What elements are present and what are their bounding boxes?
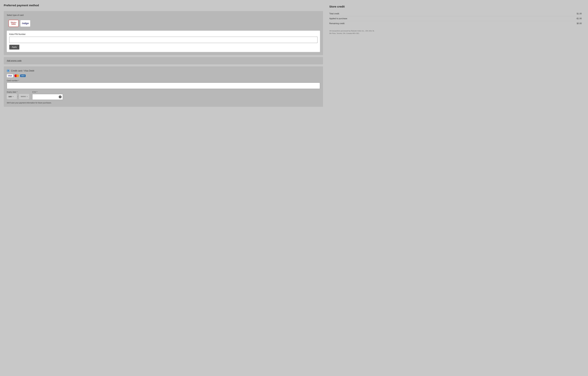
remaining-credit-value: $0.00 <box>577 22 582 25</box>
apply-button[interactable]: Apply <box>9 45 19 50</box>
year-value: YYYY <box>21 96 26 98</box>
mastercard-logo <box>14 74 19 77</box>
preferred-payment-title: Preferred payment method <box>4 4 323 9</box>
save-info-text: We'll save your payment information for … <box>7 102 320 104</box>
card-options: Rakuten kobo !ndigo <box>7 18 320 29</box>
visa-logo: VISA <box>7 74 13 77</box>
transaction-note: All transactions processed by Rakuten Ko… <box>329 30 377 34</box>
cvv-label: CVV * <box>32 91 63 93</box>
total-credit-row: Total credit: $1.00 <box>329 11 582 16</box>
remaining-credit-row: Remaining credit: $0.00 <box>329 21 582 26</box>
select-card-label: Select type of card: <box>7 14 320 16</box>
card-number-input[interactable] <box>7 83 320 89</box>
card-number-label: Card number * <box>7 79 320 82</box>
applied-purchase-row: Applied to purchase: -$1.00 <box>329 16 582 21</box>
total-credit-label: Total credit: <box>329 12 340 15</box>
right-panel: Store credit Total credit: $1.00 Applied… <box>327 4 584 372</box>
month-select[interactable]: MM ▾ <box>7 94 17 99</box>
cvv-input[interactable] <box>34 96 59 98</box>
pin-section: Kobo PIN Number Apply <box>7 31 320 52</box>
pin-label: Kobo PIN Number <box>9 33 317 35</box>
credit-rows: Total credit: $1.00 Applied to purchase:… <box>329 11 582 26</box>
indigo-logo: !ndigo <box>22 22 29 25</box>
pin-input[interactable] <box>9 37 317 43</box>
credit-card-label: Credit card / Visa Debit <box>11 69 34 72</box>
card-section: Select type of card: Rakuten kobo !ndigo… <box>4 11 323 55</box>
cvv-help-icon[interactable]: ? <box>59 96 62 98</box>
card-logos: VISA AMEX <box>7 74 320 77</box>
month-value: MM <box>9 96 12 98</box>
radio-inner <box>7 70 9 71</box>
promo-section: Add promo code <box>4 57 323 64</box>
date-selects: MM ▾ / YYYY ▾ <box>7 94 29 99</box>
cvv-input-wrapper: ? <box>32 94 63 100</box>
total-credit-value: $1.00 <box>577 12 582 15</box>
month-chevron-icon: ▾ <box>13 96 13 97</box>
add-promo-code-link[interactable]: Add promo code <box>7 60 21 62</box>
remaining-credit-label: Remaining credit: <box>329 22 345 25</box>
left-panel: Preferred payment method Select type of … <box>4 4 323 372</box>
rakuten-kobo-logo: Rakuten kobo <box>11 22 16 25</box>
mc-right-circle <box>16 74 19 77</box>
rakuten-kobo-card-option[interactable]: Rakuten kobo <box>9 20 19 27</box>
indigo-card-option[interactable]: !ndigo <box>20 20 31 27</box>
store-credit-title: Store credit <box>329 5 582 8</box>
credit-card-radio[interactable] <box>7 69 10 72</box>
cvv-group: CVV * ? <box>32 91 63 100</box>
expiry-group: Expiry date * MM ▾ / YYYY ▾ <box>7 91 29 99</box>
date-separator: / <box>18 95 18 98</box>
expiry-label: Expiry date * <box>7 91 29 93</box>
kobo-text: kobo <box>11 23 16 25</box>
year-select[interactable]: YYYY ▾ <box>19 94 29 99</box>
expiry-cvv-row: Expiry date * MM ▾ / YYYY ▾ C <box>7 91 320 100</box>
credit-card-section: Credit card / Visa Debit VISA AMEX Card … <box>4 66 323 107</box>
amex-logo: AMEX <box>20 75 26 77</box>
year-chevron-icon: ▾ <box>27 96 28 97</box>
credit-card-radio-row[interactable]: Credit card / Visa Debit <box>7 69 320 72</box>
applied-purchase-value: -$1.00 <box>576 17 582 20</box>
applied-purchase-label: Applied to purchase: <box>329 17 348 20</box>
